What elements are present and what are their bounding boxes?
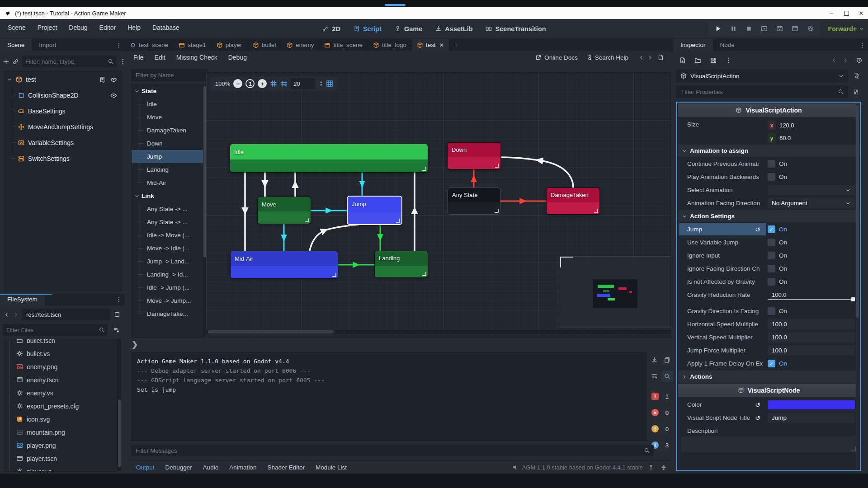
vsmenu-edit[interactable]: Edit	[149, 54, 171, 61]
bottom-tab-module-list[interactable]: Module List	[310, 464, 352, 471]
file-bullet-vs[interactable]: bullet.vs	[5, 347, 117, 360]
file-player-png[interactable]: player.png	[5, 439, 117, 452]
node-resize-handle[interactable]	[332, 273, 336, 277]
workspace-tab-game[interactable]: Game	[390, 25, 426, 33]
graph-minimap[interactable]	[560, 256, 671, 328]
renderer-dropdown[interactable]: Forward+	[828, 19, 864, 38]
state-filter-input[interactable]	[135, 71, 216, 79]
link-item-3[interactable]: Idle -> Move (...	[132, 229, 203, 242]
sort-files-button[interactable]	[110, 324, 122, 336]
file-mountain-png[interactable]: mountain.png	[5, 426, 117, 439]
filesystem-menu-button[interactable]	[113, 294, 125, 305]
category-visualscriptaction[interactable]: VisualScriptAction	[678, 103, 859, 117]
expand-panel-arrow[interactable]: ❯	[132, 340, 138, 349]
stop-button[interactable]	[742, 23, 755, 35]
file-bullet-tscn[interactable]: bullet.tscn	[5, 339, 117, 347]
file-player-vs[interactable]: player.vs	[5, 465, 117, 472]
close-tab-icon[interactable]: ✕	[439, 42, 444, 48]
bottom-tab-output[interactable]: Output	[131, 464, 160, 471]
vsmenu-missing-check[interactable]: Missing Check	[171, 54, 223, 61]
graph-node-down[interactable]: Down	[448, 143, 500, 169]
scene-node-test[interactable]: test	[4, 71, 122, 87]
checkbox[interactable]	[768, 307, 775, 315]
menu-database[interactable]: Database	[146, 19, 185, 36]
load-resource-icon[interactable]	[692, 54, 703, 66]
category-visualscriptnode[interactable]: VisualScriptNode	[678, 384, 859, 397]
new-resource-icon[interactable]	[676, 54, 688, 66]
expand-bottom-panel-icon[interactable]	[658, 462, 669, 473]
pause-button[interactable]	[727, 23, 740, 35]
menu-project[interactable]: Project	[32, 19, 63, 36]
node-resize-handle[interactable]	[305, 218, 309, 222]
property-filter-field[interactable]	[676, 85, 848, 98]
inspector-tabs-menu[interactable]	[856, 39, 868, 51]
number-field[interactable]: 100.0	[768, 319, 855, 329]
state-item-damagetaken[interactable]: DamageTaken	[132, 124, 203, 137]
text-field[interactable]: Jump	[768, 413, 855, 423]
node-resize-handle[interactable]	[396, 219, 400, 223]
node-resize-handle[interactable]	[594, 209, 598, 213]
scene-tab-player[interactable]: player	[212, 39, 248, 51]
eye-icon-button[interactable]	[110, 75, 117, 83]
scene-node-moveandjumpsettings[interactable]: MoveAndJumpSettings	[4, 119, 122, 135]
zoom-out-button[interactable]: −	[233, 79, 242, 88]
property-tools-icon[interactable]	[850, 86, 862, 98]
link-item-2[interactable]: Any State -> ...	[132, 216, 203, 229]
size-y-value[interactable]: 60.0	[779, 135, 791, 141]
log-search-icon[interactable]	[661, 371, 673, 382]
close-button[interactable]: ✕	[854, 7, 868, 19]
menu-editor[interactable]: Editor	[94, 19, 122, 36]
scene-tab-stage1[interactable]: stage1	[174, 39, 212, 51]
snap-value-field[interactable]: 20	[291, 78, 315, 89]
menu-debug[interactable]: Debug	[63, 19, 93, 36]
tab-scene[interactable]: Scene	[0, 39, 32, 51]
property-filter-input[interactable]	[680, 88, 835, 96]
edit-history-icon[interactable]	[853, 54, 865, 66]
link-item-4[interactable]: Move -> Idle (...	[132, 242, 203, 255]
link-item-8[interactable]: Move -> Jump...	[132, 294, 203, 307]
file-player-tscn[interactable]: player.tscn	[5, 452, 117, 465]
checkbox[interactable]	[768, 252, 775, 259]
scene-tab-test[interactable]: test✕	[412, 39, 449, 51]
log-filter-error-circle[interactable]: ×0	[649, 407, 671, 418]
number-field[interactable]: 100.0	[768, 332, 855, 343]
file-enemy-png[interactable]: enemy.png	[5, 360, 117, 373]
graph-node-any-state[interactable]: Any State	[448, 188, 500, 214]
bottom-tab-audio[interactable]: Audio	[198, 464, 224, 471]
clapper-button[interactable]	[788, 23, 801, 35]
scene-tab-title-scene[interactable]: title_scene	[319, 39, 368, 51]
bottom-tab-debugger[interactable]: Debugger	[160, 464, 198, 471]
checkbox[interactable]	[768, 160, 775, 168]
file-filter-input[interactable]	[5, 326, 97, 334]
scene-filter-input[interactable]	[24, 58, 106, 66]
link-item-9[interactable]: DamageTake...	[132, 307, 203, 320]
color-swatch[interactable]	[768, 400, 855, 409]
file-icon-svg[interactable]: icon.svg	[5, 413, 117, 426]
dropdown[interactable]: No Argument	[768, 198, 855, 208]
current-path-field[interactable]	[22, 309, 110, 320]
file-list-scrollbar-thumb[interactable]	[118, 399, 121, 467]
current-path-input[interactable]	[25, 311, 107, 319]
speaker-icon[interactable]	[512, 464, 519, 470]
snap-spinner[interactable]: ▲▼	[319, 80, 323, 87]
state-item-down[interactable]: Down	[132, 137, 203, 150]
clapper-play-button[interactable]	[773, 23, 786, 35]
scene-tab-test-scene[interactable]: test_scene	[125, 39, 174, 51]
state-item-landing[interactable]: Landing	[132, 163, 203, 176]
group-state[interactable]: State	[132, 84, 203, 98]
inspector-scrollbar-thumb[interactable]	[856, 105, 859, 318]
link-item-7[interactable]: Idle -> Jump (...	[132, 281, 203, 294]
node-resize-handle[interactable]	[422, 167, 426, 171]
play-window-button[interactable]	[758, 23, 770, 35]
save-log-icon[interactable]	[649, 354, 660, 366]
workspace-tab-2d[interactable]: 2D	[318, 25, 344, 33]
history-back-icon[interactable]	[830, 54, 838, 66]
tab-inspector[interactable]: Inspector	[673, 39, 713, 51]
script-forward-button[interactable]	[646, 52, 655, 63]
node-resize-handle[interactable]	[422, 272, 426, 276]
graph-node-idle[interactable]: Idle	[230, 144, 428, 172]
state-item-idle[interactable]: Idle	[132, 98, 203, 111]
section-animation-to-assign[interactable]: Animation to assign	[678, 145, 859, 157]
graph-node-mid-air[interactable]: Mid-Air	[231, 251, 338, 278]
menu-help[interactable]: Help	[122, 19, 146, 36]
